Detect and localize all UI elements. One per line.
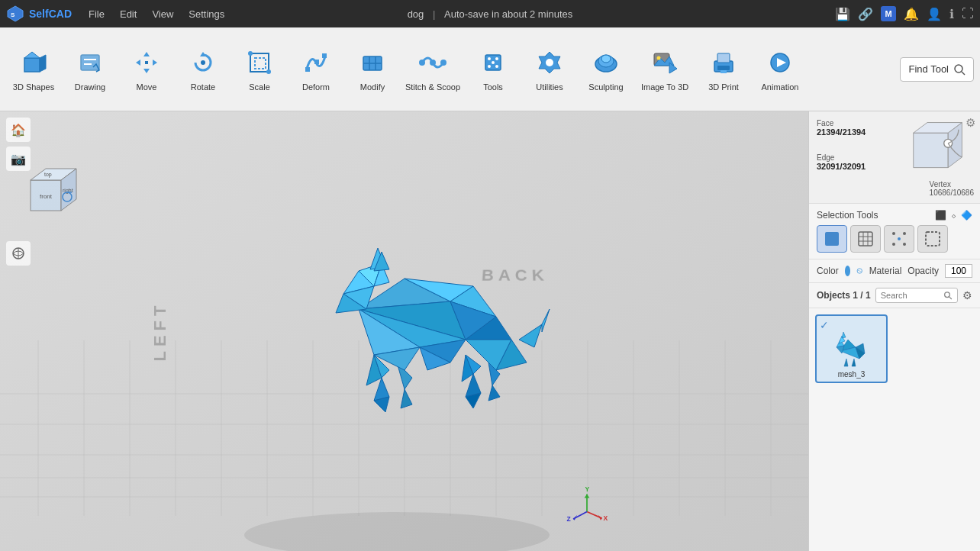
tool-3d-print-label: 3D Print (708, 82, 739, 92)
object-thumbnail-mesh3[interactable]: ✓ mesh_3 (815, 314, 888, 383)
save-icon[interactable]: 💾 (835, 7, 850, 21)
svg-point-140 (903, 232, 906, 235)
svg-rect-45 (717, 66, 730, 70)
svg-point-18 (266, 69, 271, 74)
tool-sculpting[interactable]: Sculpting (579, 35, 633, 104)
edge-stat: Edge 32091/32091 (817, 153, 866, 171)
select-face-icon[interactable]: 🔷 (961, 210, 972, 221)
tool-scale[interactable]: Scale (232, 35, 287, 104)
svg-text:front: front (40, 193, 53, 200)
select-edge-icon[interactable]: ⬦ (951, 210, 956, 221)
share-icon[interactable]: 🔗 (858, 7, 873, 21)
tool-sculpting-label: Sculpting (588, 82, 623, 92)
tool-move[interactable]: Move (119, 35, 174, 104)
svg-point-33 (495, 65, 498, 68)
fullscreen-icon[interactable]: ⛶ (962, 7, 974, 21)
doc-title: dog (408, 8, 424, 20)
right-icons: 💾 🔗 M 🔔 👤 ℹ ⛶ (835, 6, 974, 21)
tool-tools[interactable]: Tools (466, 35, 521, 104)
search-input[interactable] (881, 291, 941, 300)
svg-point-36 (546, 59, 553, 66)
tool-drawing-label: Drawing (75, 82, 105, 92)
svg-text:X: X (603, 514, 608, 522)
mesh-stats: Face 21394/21394 Edge 32091/32091 (817, 119, 866, 195)
tool-deform[interactable]: Deform (289, 35, 343, 104)
svg-point-27 (430, 60, 436, 66)
select-points-btn[interactable] (884, 225, 914, 253)
svg-text:top: top (44, 172, 52, 178)
tool-stitch-scoop[interactable]: Stitch & Scoop (401, 35, 464, 104)
svg-marker-157 (842, 332, 846, 338)
svg-rect-46 (717, 53, 730, 63)
objects-settings-gear[interactable]: ⚙ (962, 289, 972, 301)
svg-rect-144 (926, 232, 940, 246)
svg-point-146 (945, 292, 950, 298)
home-button[interactable]: 🏠 (6, 118, 31, 142)
menu-view[interactable]: View (144, 8, 181, 20)
face-value: 21394/21394 (817, 127, 866, 137)
svg-point-42 (657, 56, 661, 60)
bell-icon[interactable]: 🔔 (904, 7, 919, 21)
vertex-value: 10686/10686 (930, 188, 974, 197)
orientation-button[interactable] (6, 241, 31, 266)
svg-point-17 (248, 51, 253, 56)
tool-rotate-label: Rotate (191, 82, 215, 92)
objects-grid: ✓ mesh_3 (809, 308, 980, 389)
svg-point-32 (488, 65, 491, 68)
tool-3d-print[interactable]: 3D Print (696, 35, 751, 104)
svg-marker-104 (488, 385, 500, 401)
search-icon (943, 290, 953, 301)
title-area: dog | Auto-save in about 2 minutes (408, 8, 573, 20)
tool-3d-shapes[interactable]: 3D Shapes (6, 35, 61, 104)
selection-checkmark: ✓ (820, 319, 829, 331)
object-name: mesh_3 (838, 370, 866, 379)
find-tool-button[interactable]: Find Tool (900, 57, 974, 82)
tool-drawing[interactable]: Drawing (63, 35, 118, 104)
info-icon[interactable]: ℹ (949, 7, 954, 21)
svg-point-50 (955, 65, 962, 72)
menu-edit[interactable]: Edit (112, 8, 144, 20)
svg-rect-15 (255, 58, 266, 69)
svg-point-39 (601, 55, 611, 63)
opacity-input[interactable] (945, 264, 972, 278)
svg-text:Z: Z (566, 515, 570, 523)
select-box-btn[interactable] (917, 225, 948, 253)
tool-modify[interactable]: Modify (345, 35, 400, 104)
svg-point-143 (898, 237, 901, 240)
svg-point-142 (903, 243, 906, 246)
menu-file[interactable]: File (81, 8, 112, 20)
edge-value: 32091/32091 (817, 162, 866, 171)
svg-rect-20 (314, 60, 319, 64)
selection-tools-section: Selection Tools ⬛ ⬦ 🔷 (809, 204, 980, 259)
tool-utilities-label: Utilities (536, 82, 563, 92)
tool-tools-label: Tools (483, 82, 503, 92)
svg-marker-4 (40, 55, 46, 72)
select-vertex-icon[interactable]: ⬛ (935, 210, 946, 221)
user-icon[interactable]: 👤 (927, 7, 942, 21)
view-cube[interactable]: front top right (15, 157, 92, 234)
objects-count: Objects 1 / 1 (817, 290, 871, 301)
svg-rect-5 (81, 55, 99, 70)
svg-point-14 (201, 60, 205, 65)
m-icon[interactable]: M (881, 6, 896, 21)
tool-image-to-3d[interactable]: Image To 3D (635, 35, 695, 104)
mesh-settings-gear[interactable]: ⚙ (965, 116, 975, 130)
viewport[interactable]: LEFT BACK (0, 111, 808, 551)
tool-animation[interactable]: Animation (753, 35, 808, 104)
color-picker[interactable] (845, 266, 850, 276)
tool-rotate[interactable]: Rotate (176, 35, 230, 104)
tool-stitch-label: Stitch & Scoop (405, 82, 460, 92)
dog-thumbnail-image (825, 324, 878, 370)
svg-marker-0 (8, 6, 23, 21)
xyz-indicator: X Y Z (564, 482, 610, 528)
menu-settings[interactable]: Settings (181, 8, 232, 20)
edge-label: Edge (817, 153, 866, 162)
svg-marker-105 (519, 324, 542, 347)
svg-marker-9 (143, 69, 150, 73)
select-wireframe-btn[interactable] (850, 225, 881, 253)
tool-modify-label: Modify (360, 82, 385, 92)
tool-utilities[interactable]: Utilities (522, 35, 577, 104)
select-solid-btn[interactable] (817, 225, 847, 253)
tool-3d-shapes-label: 3D Shapes (13, 82, 54, 92)
face-label: Face (817, 119, 866, 127)
